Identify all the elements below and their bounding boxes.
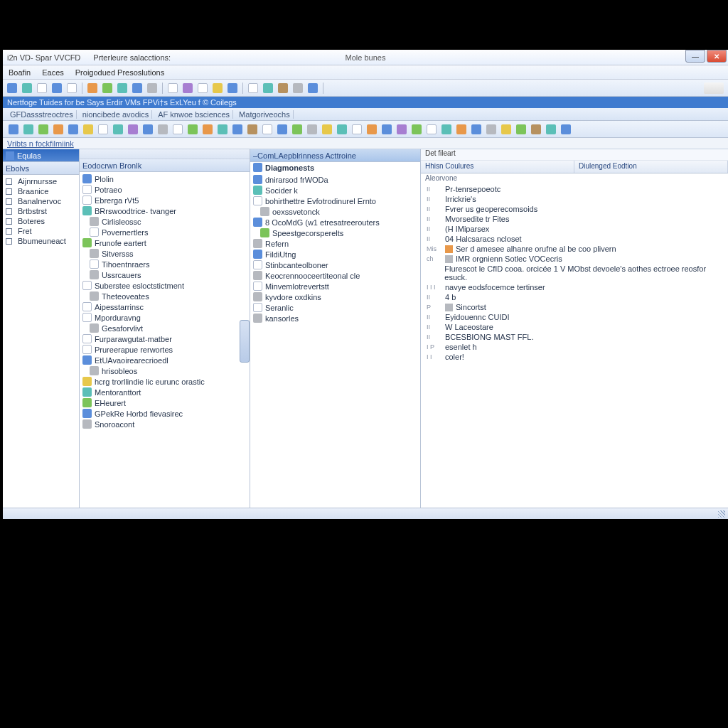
- middle-item[interactable]: FildiUtng: [250, 249, 420, 259]
- nav-header-2[interactable]: Ebolvs: [3, 162, 79, 175]
- toolbar2-btn-21[interactable]: [321, 123, 333, 136]
- toolbar2-btn-22[interactable]: [336, 123, 348, 136]
- toolbar1-btn-12[interactable]: [196, 82, 209, 95]
- toolbar1-btn-18[interactable]: [291, 82, 304, 95]
- nav-header-selected[interactable]: Equlas: [3, 149, 79, 162]
- nav-item[interactable]: Fret: [3, 226, 79, 236]
- tree-item[interactable]: hcrg trorllindie lic eurunc orastic: [80, 376, 250, 387]
- detail-item[interactable]: IIBCESBIONG MAST FFL.: [421, 332, 728, 342]
- middle-item[interactable]: oexssvetonck: [250, 206, 420, 217]
- middle-item[interactable]: Minvemlotrevertstt: [250, 281, 420, 291]
- label-bar[interactable]: Vribts n fockfilmiink: [3, 138, 728, 149]
- tree-item[interactable]: Prureerapue rerwortes: [80, 344, 250, 355]
- toolbar1-btn-4[interactable]: [65, 82, 78, 95]
- middle-item[interactable]: dnirarsod frWODa: [250, 174, 420, 185]
- tree-item[interactable]: EHeurert: [80, 397, 250, 408]
- toolbar2-btn-5[interactable]: [82, 123, 95, 136]
- breadcrumb-0[interactable]: GFDassstreoctres: [7, 110, 77, 119]
- toolbar2-btn-2[interactable]: [37, 123, 50, 136]
- menu-item-1[interactable]: Eaces: [42, 68, 64, 77]
- detail-item[interactable]: IIIrrickrie's: [421, 194, 728, 204]
- menu-item-0[interactable]: Boafin: [9, 68, 31, 77]
- toolbar1-btn-10[interactable]: [166, 82, 179, 95]
- tree-item[interactable]: Aipesstarrinsc: [80, 301, 250, 312]
- detail-item[interactable]: chIMR orgnienn Sotlec VOCecris: [421, 254, 728, 264]
- toolbar1-btn-5[interactable]: [86, 82, 99, 95]
- tree-item[interactable]: hrisobleos: [80, 365, 250, 376]
- minimize-button[interactable]: —: [685, 50, 705, 63]
- toolbar2-btn-25[interactable]: [380, 123, 393, 136]
- toolbar2-btn-17[interactable]: [261, 123, 274, 136]
- toolbar2-btn-26[interactable]: [395, 123, 408, 136]
- toolbar2-btn-13[interactable]: [201, 123, 214, 136]
- toolbar2-btn-15[interactable]: [231, 123, 244, 136]
- toolbar2-btn-30[interactable]: [455, 123, 468, 136]
- nav-item[interactable]: Braanice: [3, 186, 79, 196]
- toolbar2-btn-11[interactable]: [171, 123, 184, 136]
- toolbar1-btn-14[interactable]: [226, 82, 239, 95]
- menu-item-2[interactable]: Proigodued Presoslutions: [75, 68, 164, 77]
- tree-item[interactable]: Frunofe eartert: [80, 237, 250, 248]
- scrollbar-thumb[interactable]: [240, 320, 250, 363]
- toolbar2-btn-16[interactable]: [246, 123, 259, 136]
- toolbar2-btn-32[interactable]: [485, 123, 498, 136]
- tree-item[interactable]: Suberstee esloctstictment: [80, 280, 250, 291]
- toolbar2-btn-1[interactable]: [22, 123, 35, 136]
- toolbar2-btn-19[interactable]: [291, 123, 304, 136]
- toolbar2-btn-9[interactable]: [141, 123, 154, 136]
- breadcrumb-1[interactable]: nioncibede avodics: [80, 110, 153, 119]
- detail-item[interactable]: I I Inavye eodsfocemce tertinser: [421, 282, 728, 292]
- toolbar1-btn-1[interactable]: [21, 82, 33, 95]
- col-1[interactable]: Hhisn Coulures: [421, 161, 574, 173]
- detail-item[interactable]: II4 b: [421, 292, 728, 302]
- toolbar1-btn-2[interactable]: [36, 82, 48, 95]
- toolbar2-btn-34[interactable]: [515, 123, 528, 136]
- toolbar1-btn-15[interactable]: [247, 82, 259, 95]
- close-button[interactable]: ✕: [707, 50, 727, 63]
- toolbar2-btn-6[interactable]: [97, 123, 109, 136]
- middle-item[interactable]: kyvdore oxdkins: [250, 291, 420, 302]
- toolbar2-btn-35[interactable]: [530, 123, 542, 136]
- toolbar1-btn-16[interactable]: [262, 82, 274, 95]
- toolbar2-btn-24[interactable]: [365, 123, 378, 136]
- tree-item[interactable]: Cirlisleossc: [80, 216, 250, 227]
- toolbar2-btn-7[interactable]: [112, 123, 124, 136]
- tree-item[interactable]: GPekRe Horbd fievasirec: [80, 408, 250, 419]
- middle-item[interactable]: Refern: [250, 238, 420, 249]
- tree-item[interactable]: Theteoveates: [80, 291, 250, 301]
- tree-item[interactable]: Mentoranttort: [80, 387, 250, 397]
- detail-item[interactable]: I Icoler!: [421, 352, 728, 362]
- toolbar1-btn-6[interactable]: [101, 82, 114, 95]
- detail-item[interactable]: II(H IMiparsex: [421, 224, 728, 234]
- middle-item[interactable]: bohirthettre Evfotrodinurel Ernto: [250, 196, 420, 206]
- detail-item[interactable]: IIFvrer us geoperecomsoids: [421, 204, 728, 214]
- toolbar2-btn-18[interactable]: [276, 123, 289, 136]
- toolbar2-btn-23[interactable]: [350, 123, 363, 136]
- toolbar2-btn-3[interactable]: [52, 123, 65, 136]
- tree-item[interactable]: Furparawgutat-matber: [80, 333, 250, 344]
- toolbar2-btn-33[interactable]: [500, 123, 513, 136]
- middle-subheader[interactable]: Diagmonests: [250, 162, 420, 173]
- toolbar1-btn-13[interactable]: [211, 82, 224, 95]
- tree-item[interactable]: Sitversss: [80, 248, 250, 259]
- middle-item[interactable]: Socider k: [250, 185, 420, 196]
- detail-item[interactable]: IIPr-tenrsepoeotc: [421, 184, 728, 194]
- detail-item[interactable]: I Pesenlet h: [421, 342, 728, 352]
- toolbar1-btn-11[interactable]: [181, 82, 194, 95]
- toolbar2-btn-14[interactable]: [216, 123, 229, 136]
- nav-item[interactable]: Boteres: [3, 216, 79, 226]
- toolbar1-btn-7[interactable]: [116, 82, 129, 95]
- toolbar2-btn-28[interactable]: [425, 123, 438, 136]
- toolbar2-btn-12[interactable]: [186, 123, 199, 136]
- middle-item[interactable]: Seranlic: [250, 302, 420, 313]
- tree-item[interactable]: Ebrerga rVt5: [80, 195, 250, 205]
- tree-item[interactable]: Plolin: [80, 173, 250, 184]
- tree-item[interactable]: Ussrcauers: [80, 269, 250, 280]
- nav-item[interactable]: Aijnrnursse: [3, 176, 79, 186]
- toolbar2-btn-37[interactable]: [560, 123, 572, 136]
- tree-item[interactable]: Gesaforvlivt: [80, 323, 250, 333]
- tree-item[interactable]: Povernertlers: [80, 227, 250, 237]
- nav-item[interactable]: Banalnervoc: [3, 196, 79, 206]
- tree-item[interactable]: EtUAvaoirearecrioedl: [80, 355, 250, 365]
- tree-item[interactable]: Tihoentnraers: [80, 259, 250, 269]
